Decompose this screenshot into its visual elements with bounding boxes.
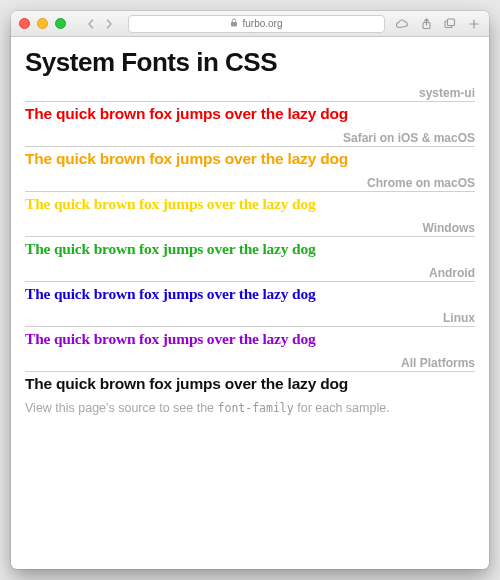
- font-sample: The quick brown fox jumps over the lazy …: [25, 285, 475, 303]
- font-section: AndroidThe quick brown fox jumps over th…: [25, 266, 475, 303]
- minimize-window-button[interactable]: [37, 18, 48, 29]
- page-title: System Fonts in CSS: [25, 47, 475, 78]
- footer-note: View this page's source to see the font-…: [25, 401, 475, 415]
- address-bar[interactable]: furbo.org: [128, 15, 385, 33]
- section-label: Safari on iOS & macOS: [25, 131, 475, 147]
- font-sample: The quick brown fox jumps over the lazy …: [25, 240, 475, 258]
- svg-rect-3: [448, 19, 455, 26]
- svg-rect-0: [231, 22, 237, 27]
- font-sample: The quick brown fox jumps over the lazy …: [25, 105, 475, 123]
- font-section: LinuxThe quick brown fox jumps over the …: [25, 311, 475, 348]
- section-label: system-ui: [25, 86, 475, 102]
- close-window-button[interactable]: [19, 18, 30, 29]
- section-label: All Platforms: [25, 356, 475, 372]
- titlebar: furbo.org: [11, 11, 489, 37]
- code-snippet: font-family: [218, 401, 294, 415]
- font-sample: The quick brown fox jumps over the lazy …: [25, 375, 475, 393]
- section-label: Linux: [25, 311, 475, 327]
- font-section: All PlatformsThe quick brown fox jumps o…: [25, 356, 475, 393]
- font-sample: The quick brown fox jumps over the lazy …: [25, 150, 475, 168]
- font-sample: The quick brown fox jumps over the lazy …: [25, 195, 475, 213]
- section-label: Windows: [25, 221, 475, 237]
- font-section: Safari on iOS & macOSThe quick brown fox…: [25, 131, 475, 168]
- lock-icon: [230, 18, 238, 29]
- back-button[interactable]: [84, 17, 98, 31]
- section-label: Chrome on macOS: [25, 176, 475, 192]
- font-section: WindowsThe quick brown fox jumps over th…: [25, 221, 475, 258]
- window-controls: [19, 18, 66, 29]
- toolbar-icons: [395, 17, 481, 31]
- page-content: System Fonts in CSS system-uiThe quick b…: [11, 37, 489, 569]
- cloud-icon[interactable]: [395, 17, 409, 31]
- forward-button[interactable]: [102, 17, 116, 31]
- browser-window: furbo.org System Fonts in CSS system-uiT…: [11, 11, 489, 569]
- new-tab-icon[interactable]: [467, 17, 481, 31]
- font-sample: The quick brown fox jumps over the lazy …: [25, 330, 475, 348]
- url-text: furbo.org: [242, 18, 282, 29]
- font-section: system-uiThe quick brown fox jumps over …: [25, 86, 475, 123]
- maximize-window-button[interactable]: [55, 18, 66, 29]
- font-section: Chrome on macOSThe quick brown fox jumps…: [25, 176, 475, 213]
- share-icon[interactable]: [419, 17, 433, 31]
- tabs-icon[interactable]: [443, 17, 457, 31]
- nav-arrows: [84, 17, 116, 31]
- section-label: Android: [25, 266, 475, 282]
